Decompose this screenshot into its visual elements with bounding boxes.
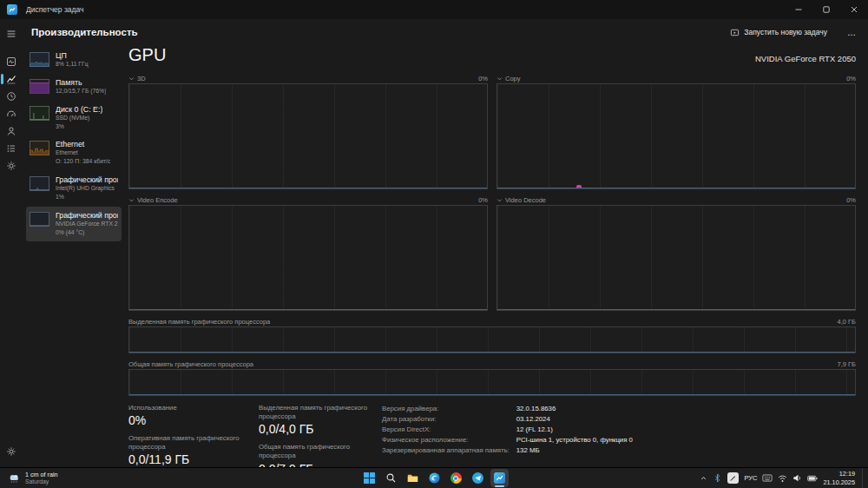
chart-canvas-copy [496,83,856,189]
telegram-icon [472,472,483,484]
memory-mini-chart [30,79,49,94]
pen-button[interactable] [727,472,739,484]
perf-item-cpu[interactable]: ЦП 8% 1,11 ГГц [26,47,122,74]
language-indicator[interactable]: РУС [744,474,757,482]
gpu1-mini-chart [30,212,49,227]
perf-item-disk[interactable]: Диск 0 (C: E:) SSD (NVMe) 3% [26,101,122,136]
info-value: 32.0.15.8636 [516,405,633,412]
menu-toggle-button[interactable] [0,25,23,43]
stat-value: 0% [128,413,259,427]
close-button[interactable] [840,0,868,19]
chart-canvas-dedicated-memory [128,326,856,353]
wifi-icon [778,474,787,483]
sidebar-item-startup-apps[interactable] [0,105,23,122]
page-title: Производительность [31,27,138,37]
chevron-up-icon [700,474,707,482]
start-button[interactable] [360,469,378,487]
telegram-button[interactable] [469,469,487,487]
bluetooth-button[interactable] [713,473,722,483]
info-label: Зарезервированная аппаратная память: [382,446,510,454]
perf-item-detail: 8% 1,11 ГГц [56,60,89,69]
run-new-task-button[interactable]: Запустить новую задачу [724,25,833,40]
wifi-button[interactable] [778,474,787,483]
chevron-down-icon[interactable] [496,197,503,203]
touch-keyboard-button[interactable] [762,474,773,482]
perf-item-detail: NVIDIA GeForce RTX 2050 [56,220,118,228]
maximize-button[interactable] [812,0,840,19]
search-button[interactable] [382,469,400,487]
perf-item-name: Память [56,78,106,87]
edge-button[interactable] [425,469,444,487]
perf-item-detail: 12,0/15,7 ГБ (76%) [56,87,106,96]
sidebar-item-users[interactable] [0,122,23,140]
titlebar: Диспетчер задач [0,0,868,19]
gpu-engine-chart-video-encode: Video Encode 0% [128,195,488,311]
perf-item-memory[interactable]: Память 12,0/15,7 ГБ (76%) [26,74,122,101]
weather-subtext: Saturday [25,478,58,485]
more-options-button[interactable]: … [844,26,859,39]
task-manager-taskbar-button[interactable] [490,469,509,487]
page-header: Производительность Запустить новую задач… [31,22,859,43]
copy-activity-blip [576,185,582,188]
chart-canvas-shared-memory [128,369,856,396]
engine-chart-max: 0% [478,75,488,82]
perf-item-gpu1[interactable]: Графический процессор 1 NVIDIA GeForce R… [26,207,122,242]
engine-chart-label[interactable]: Video Decode [505,196,546,204]
run-new-task-label: Запустить новую задачу [744,28,827,36]
chart-canvas-video-encode [128,205,488,311]
chrome-button[interactable] [447,469,465,487]
edge-icon [429,472,440,484]
perf-item-detail: 0% (44 °C) [56,228,118,237]
volume-button[interactable] [792,473,802,483]
chevron-down-icon[interactable] [128,76,135,82]
perf-item-detail: Intel(R) UHD Graphics [56,184,118,193]
perf-item-gpu0[interactable]: Графический процессор 0 Intel(R) UHD Gra… [26,171,122,207]
taskbar: 1 cm of rain Saturday РУС [0,467,868,488]
perf-item-name: Графический процессор 0 [56,175,118,184]
engine-chart-label[interactable]: Copy [505,75,521,82]
gpu-detail-panel: GPU NVIDIA GeForce RTX 2050 3D 0% Copy 0… [128,45,856,488]
task-manager-app-icon [7,4,17,15]
search-icon [385,472,397,484]
perf-item-name: ЦП [56,51,89,60]
file-explorer-button[interactable] [404,469,422,487]
sidebar-item-processes[interactable] [0,53,23,70]
engine-chart-label[interactable]: 3D [137,75,146,82]
info-value: 12 (FL 12.1) [516,425,633,433]
ethernet-mini-chart [30,141,49,155]
volume-icon [792,473,802,483]
sidebar-item-details[interactable] [0,140,23,157]
info-label: Физическое расположение: [382,436,510,444]
navigation-rail [0,19,23,467]
gpu-panel-title: GPU [128,45,166,65]
perf-item-detail: Ethernet [56,148,110,157]
weather-widget[interactable]: 1 cm of rain Saturday [4,468,62,488]
clock-time: 12:19 [823,470,855,478]
chart-canvas-3d [128,83,488,189]
chevron-down-icon[interactable] [128,197,135,203]
battery-button[interactable] [807,475,818,482]
perf-item-ethernet[interactable]: Ethernet Ethernet О: 120 П: 384 кбит/с [26,135,122,171]
engine-chart-max: 0% [478,196,488,204]
settings-button[interactable] [0,443,23,460]
windows-logo-icon [364,472,375,484]
sidebar-item-performance[interactable] [0,70,23,88]
engine-chart-label[interactable]: Video Encode [137,196,178,204]
tray-overflow-button[interactable] [700,474,707,482]
perf-item-detail: SSD (NVMe) [56,114,102,122]
weather-text: 1 cm of rain [25,471,58,478]
show-desktop-button[interactable] [862,468,865,488]
minimize-button[interactable] [785,0,812,19]
sidebar-item-app-history[interactable] [0,88,23,105]
cpu-mini-chart [30,52,49,67]
clock-date: 21.10.2025 [823,478,855,487]
info-value: 132 МБ [516,446,633,454]
dedicated-memory-chart: Выделенная память графического процессор… [128,316,856,353]
info-label: Версия DirectX: [382,425,510,433]
run-new-task-icon [730,28,740,37]
chevron-down-icon[interactable] [496,76,503,82]
sidebar-item-services[interactable] [0,157,23,175]
chart-canvas-video-decode [496,205,856,311]
clock[interactable]: 12:19 21.10.2025 [823,470,857,487]
system-tray: РУС 12:19 21.10.2025 [700,468,865,488]
